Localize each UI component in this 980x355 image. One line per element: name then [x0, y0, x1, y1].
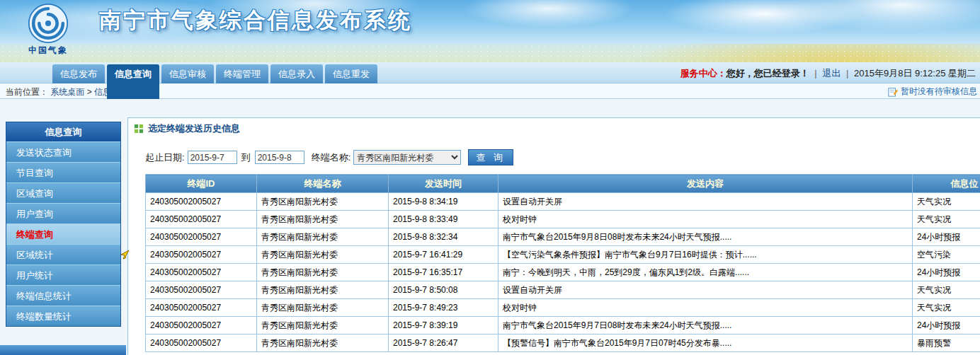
sidebar-item-2[interactable]: 区域查询 [6, 182, 120, 203]
cell-r8-c2: 2015-9-7 8:26:47 [389, 334, 498, 352]
cell-r8-c0: 240305002005027 [146, 334, 257, 352]
table-body: 240305002005027青秀区南阳新光村委2015-9-8 8:34:19… [146, 193, 980, 352]
sidebar-item-0[interactable]: 发送状态查询 [6, 141, 120, 162]
nav-tab-0[interactable]: 信息发布 [52, 64, 105, 83]
separator: | [814, 68, 816, 78]
breadcrumb-item-0[interactable]: 系统桌面 [50, 87, 84, 97]
nav-tab-3[interactable]: 终端管理 [216, 64, 268, 83]
cell-r5-c1: 青秀区南阳新光村委 [257, 281, 389, 299]
table-row: 240305002005027青秀区南阳新光村委2015-9-7 16:35:1… [146, 264, 980, 281]
history-table: 终端ID终端名称发送时间发送内容信息位 240305002005027青秀区南阳… [145, 174, 980, 352]
table-row: 240305002005027青秀区南阳新光村委2015-9-7 8:50:08… [146, 281, 980, 299]
table-row: 240305002005027青秀区南阳新光村委2015-9-8 8:34:19… [146, 193, 980, 211]
sidebar-item-6[interactable]: 用户统计 [6, 264, 120, 285]
cell-r2-c1: 青秀区南阳新光村委 [257, 228, 389, 246]
column-header-3: 发送内容 [498, 175, 913, 193]
cell-r6-c4: 天气实况 [913, 299, 980, 317]
session-info: 服务中心：您好，您已经登录！ | 退出 | 2015年9月8日 9:12:25 … [680, 67, 976, 80]
cell-r2-c0: 240305002005027 [146, 228, 257, 246]
note-icon [888, 87, 898, 97]
flower-field-background [0, 44, 980, 62]
service-center-label: 服务中心： [680, 68, 727, 78]
sidebar-item-3[interactable]: 用户查询 [6, 203, 120, 223]
sidebar-footer-bar [0, 345, 126, 355]
column-header-2: 发送时间 [389, 175, 498, 193]
nav-tab-1[interactable]: 信息查询 [107, 64, 159, 99]
cell-r6-c3: 校对时钟 [498, 299, 913, 317]
datetime-display: 2015年9月8日 9:12:25 星期二 [854, 68, 976, 78]
cell-r5-c0: 240305002005027 [146, 281, 257, 299]
terminal-name-label: 终端名称: [312, 151, 351, 164]
search-button[interactable]: 查 询 [468, 149, 513, 165]
cell-r0-c0: 240305002005027 [146, 193, 257, 211]
column-header-1: 终端名称 [257, 175, 389, 193]
date-to-input[interactable] [255, 151, 304, 164]
table-header-row: 终端ID终端名称发送时间发送内容信息位 [146, 175, 980, 193]
audit-notice-text: 暂时没有待审核信息 [901, 86, 977, 98]
cell-r2-c2: 2015-9-8 8:32:34 [389, 228, 498, 246]
cell-r2-c4: 24小时预报 [913, 228, 980, 246]
sidebar-item-5[interactable]: 区域统计 [6, 244, 120, 264]
page-title: 南宁市气象综合信息发布系统 [99, 6, 412, 35]
cell-r0-c3: 设置自动开关屏 [498, 193, 913, 211]
nav-tab-4[interactable]: 信息录入 [270, 64, 323, 83]
login-greeting: 您好，您已经登录！ [727, 68, 809, 78]
sidebar-title: 信息查询 [6, 122, 120, 141]
cell-r1-c2: 2015-9-8 8:33:49 [389, 211, 498, 228]
sidebar-item-7[interactable]: 终端信息统计 [6, 285, 120, 305]
spiral-logo-icon [28, 3, 69, 44]
cell-r1-c1: 青秀区南阳新光村委 [257, 211, 389, 228]
cell-r5-c4: 天气实况 [913, 281, 980, 299]
cell-r1-c4: 天气实况 [913, 211, 980, 228]
cell-r3-c4: 空气污染 [913, 246, 980, 264]
sidebar-item-8[interactable]: 终端数量统计 [6, 305, 120, 326]
content-area: 信息查询 发送状态查询节目查询区域查询用户查询终端查询区域统计用户统计终端信息统… [0, 99, 980, 355]
date-range-label: 起止日期: [145, 151, 185, 164]
table-icon [134, 124, 144, 134]
cell-r8-c1: 青秀区南阳新光村委 [257, 334, 389, 352]
sidebar: 信息查询 发送状态查询节目查询区域查询用户查询终端查询区域统计用户统计终端信息统… [6, 122, 121, 327]
column-header-0: 终端ID [146, 175, 257, 193]
filter-row: 起止日期: 到 终端名称: 青秀区南阳新光村委 查 询 [145, 149, 980, 165]
cell-r3-c0: 240305002005027 [146, 246, 257, 264]
nav-tab-5[interactable]: 信息重发 [325, 64, 377, 83]
cell-r7-c2: 2015-9-7 8:39:19 [389, 317, 498, 334]
to-label: 到 [241, 151, 251, 164]
cell-r3-c1: 青秀区南阳新光村委 [257, 246, 389, 264]
cell-r4-c1: 青秀区南阳新光村委 [257, 264, 389, 281]
banner: 中国气象 南宁市气象综合信息发布系统 [0, 0, 980, 62]
cell-r0-c4: 天气实况 [913, 193, 980, 211]
top-navbar: 信息发布信息查询信息审核终端管理信息录入信息重发 服务中心：您好，您已经登录！ … [0, 62, 980, 83]
cell-r6-c0: 240305002005027 [146, 299, 257, 317]
cell-r4-c2: 2015-9-7 16:35:17 [389, 264, 498, 281]
cell-r1-c3: 校对时钟 [498, 211, 913, 228]
cell-r4-c0: 240305002005027 [146, 264, 257, 281]
cell-r3-c2: 2015-9-7 16:41:29 [389, 246, 498, 264]
table-row: 240305002005027青秀区南阳新光村委2015-9-8 8:33:49… [146, 211, 980, 228]
cell-r7-c4: 24小时预报 [913, 317, 980, 334]
table-row: 240305002005027青秀区南阳新光村委2015-9-7 8:39:19… [146, 317, 980, 334]
date-from-input[interactable] [188, 151, 237, 164]
logout-link[interactable]: 退出 [822, 68, 841, 78]
nav-tab-2[interactable]: 信息审核 [161, 64, 214, 83]
cell-r4-c3: 南宁：今晚到明天，中雨，25到29度，偏东风1到2级。白露端...... [498, 264, 913, 281]
cell-r0-c2: 2015-9-8 8:34:19 [389, 193, 498, 211]
cell-r5-c2: 2015-9-7 8:50:08 [389, 281, 498, 299]
table-row: 240305002005027青秀区南阳新光村委2015-9-8 8:32:34… [146, 228, 980, 246]
table-row: 240305002005027青秀区南阳新光村委2015-9-7 8:49:23… [146, 299, 980, 317]
cell-r7-c1: 青秀区南阳新光村委 [257, 317, 389, 334]
logo-caption: 中国气象 [18, 45, 78, 57]
sidebar-item-1[interactable]: 节目查询 [6, 162, 120, 182]
cell-r6-c1: 青秀区南阳新光村委 [257, 299, 389, 317]
cell-r4-c4: 24小时预报 [913, 264, 980, 281]
terminal-select[interactable]: 青秀区南阳新光村委 [353, 150, 461, 165]
breadcrumb-label: 当前位置： [6, 87, 48, 97]
cell-r7-c0: 240305002005027 [146, 317, 257, 334]
mouse-cursor-icon [119, 249, 130, 262]
audit-notice: 暂时没有待审核信息 [888, 86, 977, 98]
cell-r5-c3: 设置自动开关屏 [498, 281, 913, 299]
sidebar-item-4[interactable]: 终端查询 [6, 223, 120, 244]
separator: | [846, 68, 848, 78]
section-title: 选定终端发送历史信息 [148, 122, 240, 135]
cell-r0-c1: 青秀区南阳新光村委 [257, 193, 389, 211]
